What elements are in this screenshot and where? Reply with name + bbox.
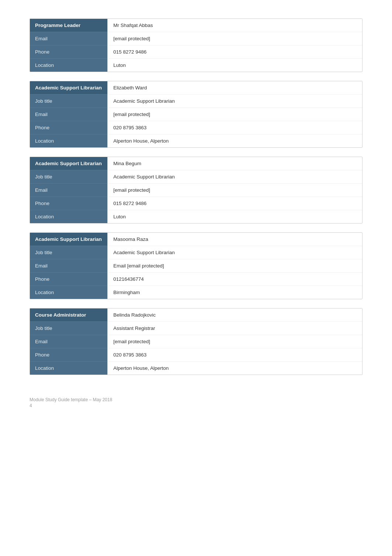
value-row-3: 01216436774: [107, 273, 362, 286]
label-row-4: Location: [30, 286, 107, 299]
label-row-3: Phone: [30, 348, 107, 361]
value-row-0: Belinda Radojkovic: [107, 308, 362, 322]
value-row-3: Luton: [107, 59, 362, 72]
label-row-3: Phone: [30, 272, 107, 286]
label-row-1: Email: [30, 32, 107, 45]
label-row-0: Academic Support Librarian: [30, 81, 107, 94]
value-row-4: Luton: [107, 210, 362, 223]
value-row-2: Email [email protected]: [107, 259, 362, 273]
card-values-programme-leader: Mr Shafqat Abbas[email protected]015 827…: [107, 19, 362, 72]
label-row-2: Email: [30, 335, 107, 348]
label-row-0: Academic Support Librarian: [30, 157, 107, 170]
value-row-1: Academic Support Librarian: [107, 170, 362, 184]
value-row-0: Elizabeth Ward: [107, 81, 362, 95]
label-row-0: Course Administrator: [30, 308, 107, 321]
card-labels-academic-support-librarian-3: Academic Support LibrarianJob titleEmail…: [30, 233, 107, 299]
card-labels-programme-leader: Programme LeaderEmailPhoneLocation: [30, 19, 107, 72]
card-labels-course-administrator: Course AdministratorJob titleEmailPhoneL…: [30, 308, 107, 375]
value-row-2: [email protected]: [107, 184, 362, 197]
footer: Module Study Guide template – May 2018 4: [30, 397, 362, 408]
label-row-2: Email: [30, 108, 107, 121]
value-row-2: [email protected]: [107, 108, 362, 121]
value-row-0: Mina Begum: [107, 157, 362, 170]
card-values-course-administrator: Belinda RadojkovicAssistant Registrar[em…: [107, 308, 362, 375]
value-row-2: [email protected]: [107, 335, 362, 348]
value-row-3: 015 8272 9486: [107, 197, 362, 210]
value-row-4: Alperton House, Alperton: [107, 362, 362, 375]
label-row-4: Location: [30, 134, 107, 147]
footer-line2: 4: [30, 403, 362, 408]
value-row-4: Birmingham: [107, 286, 362, 299]
card-values-academic-support-librarian-1: Elizabeth WardAcademic Support Librarian…: [107, 81, 362, 147]
value-row-0: Masooma Raza: [107, 233, 362, 246]
value-row-1: Academic Support Librarian: [107, 95, 362, 108]
card-academic-support-librarian-1: Academic Support LibrarianJob titleEmail…: [30, 81, 362, 148]
label-row-1: Job title: [30, 246, 107, 259]
value-row-2: 015 8272 9486: [107, 45, 362, 59]
label-row-2: Phone: [30, 45, 107, 58]
label-row-1: Job title: [30, 170, 107, 183]
value-row-0: Mr Shafqat Abbas: [107, 19, 362, 32]
label-row-3: Phone: [30, 197, 107, 210]
card-values-academic-support-librarian-2: Mina BegumAcademic Support Librarian[ema…: [107, 157, 362, 223]
card-labels-academic-support-librarian-1: Academic Support LibrarianJob titleEmail…: [30, 81, 107, 147]
card-academic-support-librarian-3: Academic Support LibrarianJob titleEmail…: [30, 232, 362, 299]
label-row-1: Job title: [30, 94, 107, 108]
label-row-4: Location: [30, 361, 107, 375]
card-labels-academic-support-librarian-2: Academic Support LibrarianJob titleEmail…: [30, 157, 107, 223]
footer-line1: Module Study Guide template – May 2018: [30, 397, 362, 402]
value-row-3: 020 8795 3863: [107, 348, 362, 362]
label-row-0: Programme Leader: [30, 19, 107, 32]
label-row-0: Academic Support Librarian: [30, 233, 107, 246]
cards-container: Programme LeaderEmailPhoneLocationMr Sha…: [30, 18, 362, 375]
card-values-academic-support-librarian-3: Masooma RazaAcademic Support LibrarianEm…: [107, 233, 362, 299]
value-row-4: Alperton House, Alperton: [107, 134, 362, 147]
card-course-administrator: Course AdministratorJob titleEmailPhoneL…: [30, 308, 362, 375]
label-row-3: Location: [30, 58, 107, 72]
card-programme-leader: Programme LeaderEmailPhoneLocationMr Sha…: [30, 18, 362, 72]
label-row-2: Email: [30, 183, 107, 197]
label-row-3: Phone: [30, 121, 107, 134]
value-row-1: [email protected]: [107, 32, 362, 45]
value-row-1: Academic Support Librarian: [107, 246, 362, 259]
label-row-4: Location: [30, 210, 107, 223]
value-row-1: Assistant Registrar: [107, 322, 362, 335]
label-row-1: Job title: [30, 321, 107, 335]
card-academic-support-librarian-2: Academic Support LibrarianJob titleEmail…: [30, 157, 362, 224]
value-row-3: 020 8795 3863: [107, 121, 362, 134]
label-row-2: Email: [30, 259, 107, 272]
